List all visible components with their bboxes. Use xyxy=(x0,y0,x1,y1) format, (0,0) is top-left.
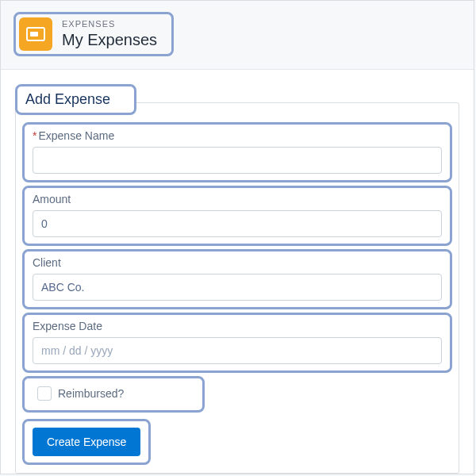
field-reimbursed: Reimbursed? xyxy=(22,376,205,413)
client-input[interactable] xyxy=(33,274,442,301)
expense-name-label: *Expense Name xyxy=(33,129,442,142)
expense-name-label-text: Expense Name xyxy=(38,129,114,142)
field-amount: Amount xyxy=(22,186,452,246)
expense-form: *Expense Name Amount Client Expense Date xyxy=(15,102,459,474)
page-title: My Expenses xyxy=(62,30,157,49)
field-expense-name: *Expense Name xyxy=(22,122,452,182)
action-highlight: Create Expense xyxy=(22,419,151,465)
section-title-highlight: Add Expense xyxy=(15,84,136,115)
required-asterisk: * xyxy=(33,129,36,142)
content-area: Add Expense *Expense Name Amount Client … xyxy=(1,70,474,474)
amount-label: Amount xyxy=(33,193,442,205)
reimbursed-checkbox[interactable] xyxy=(37,386,52,401)
section-title: Add Expense xyxy=(25,91,110,107)
wallet-icon xyxy=(26,27,45,41)
amount-input[interactable] xyxy=(33,210,442,237)
field-expense-date: Expense Date xyxy=(22,313,452,373)
page-header: EXPENSES My Expenses xyxy=(1,1,474,70)
expense-name-input[interactable] xyxy=(33,147,442,174)
header-eyebrow: EXPENSES xyxy=(62,19,157,29)
client-label: Client xyxy=(33,256,442,269)
svg-rect-1 xyxy=(30,32,38,36)
expense-date-label: Expense Date xyxy=(33,320,442,332)
expenses-app-icon xyxy=(19,17,52,51)
reimbursed-row[interactable]: Reimbursed? xyxy=(33,383,194,404)
field-client: Client xyxy=(22,249,452,309)
expense-date-input[interactable] xyxy=(33,337,442,364)
header-text: EXPENSES My Expenses xyxy=(62,19,157,48)
reimbursed-label: Reimbursed? xyxy=(58,387,124,400)
create-expense-button[interactable]: Create Expense xyxy=(33,428,140,456)
header-highlight: EXPENSES My Expenses xyxy=(13,12,174,56)
expense-page: EXPENSES My Expenses Add Expense *Expens… xyxy=(0,0,474,474)
